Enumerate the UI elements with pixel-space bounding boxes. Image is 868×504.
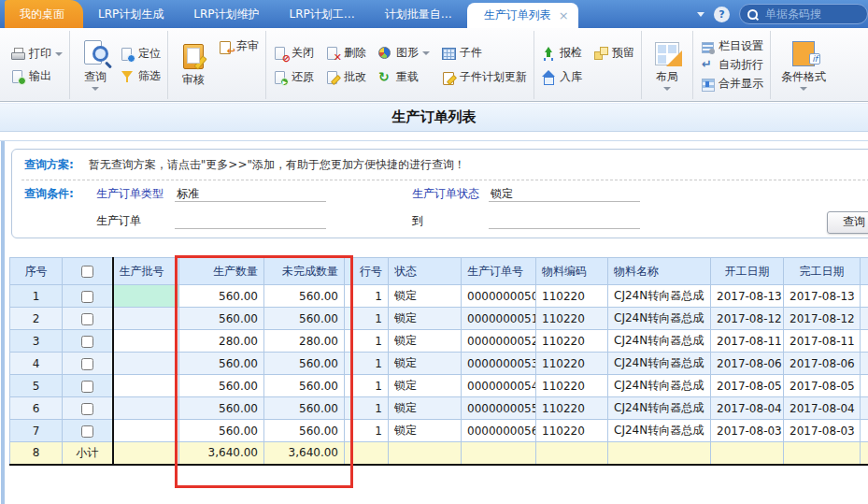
unaudit-button[interactable]: 弃审 — [218, 38, 259, 54]
cell-seq[interactable]: 5 — [10, 375, 63, 397]
tab-production-order-list[interactable]: 生产订单列表 × — [467, 3, 578, 28]
export-button[interactable]: 输出 — [10, 68, 63, 84]
cell-end[interactable]: 2017-08-13 — [784, 285, 861, 308]
cell-code[interactable]: 110220 — [536, 353, 608, 375]
cell-line[interactable]: 1 — [345, 308, 389, 330]
cell-status[interactable]: 锁定 — [389, 353, 462, 375]
cell-batch[interactable] — [113, 397, 179, 420]
col-header-qty[interactable]: 生产数量 — [179, 258, 264, 285]
cell-name[interactable]: CJ24N转向器总成 — [608, 397, 711, 420]
col-header-code[interactable]: 物料编码 — [536, 258, 608, 285]
cell-line[interactable]: 1 — [345, 375, 389, 397]
reload-button[interactable]: 重载 — [377, 69, 430, 85]
child-parts-button[interactable]: 子件 — [441, 45, 527, 61]
cell-qty[interactable]: 560.00 — [179, 308, 264, 330]
cell-unfinished[interactable]: 560.00 — [264, 420, 345, 442]
col-header-order_no[interactable]: 生产订单号 — [462, 258, 536, 285]
cell-status[interactable]: 锁定 — [389, 375, 462, 397]
cell-end[interactable]: 2017-08-03 — [784, 420, 861, 442]
cell-name[interactable]: CJ24N转向器总成 — [608, 285, 711, 308]
cell-status[interactable]: 锁定 — [389, 420, 462, 442]
cell-code[interactable]: 110220 — [536, 330, 608, 353]
cell-batch[interactable] — [113, 285, 179, 308]
auto-wrap-button[interactable]: 自动折行 — [700, 57, 763, 73]
cell-batch[interactable] — [113, 330, 179, 353]
cell-start[interactable]: 2017-08-04 — [711, 397, 784, 420]
batch-edit-button[interactable]: 批改 — [325, 69, 366, 85]
print-button[interactable]: 打印 — [10, 46, 63, 62]
row-checkbox[interactable] — [81, 403, 93, 415]
column-setup-button[interactable]: 栏目设置 — [700, 38, 763, 54]
cell-start[interactable]: 2017-08-03 — [711, 420, 784, 442]
row-checkbox-cell[interactable] — [63, 285, 113, 308]
cell-start[interactable]: 2017-08-13 — [711, 285, 784, 308]
inspect-button[interactable]: 报检 — [541, 45, 582, 61]
close-tab-icon[interactable]: × — [559, 9, 569, 22]
order-type-input[interactable] — [175, 186, 326, 202]
cell-start[interactable]: 2017-08-12 — [711, 308, 784, 330]
cell-batch[interactable] — [113, 420, 179, 442]
tab-my-desktop[interactable]: 我的桌面 — [5, 0, 83, 28]
cell-qty[interactable]: 560.00 — [179, 397, 264, 420]
cell-batch[interactable] — [113, 308, 179, 330]
cell-unfinished[interactable]: 560.00 — [264, 397, 345, 420]
cell-qty[interactable]: 560.00 — [179, 375, 264, 397]
cell-unfinished[interactable]: 560.00 — [264, 353, 345, 375]
cell-batch[interactable] — [113, 353, 179, 375]
cell-order_no[interactable]: 0000000052 — [462, 330, 536, 353]
cell-start[interactable]: 2017-08-06 — [711, 353, 784, 375]
row-checkbox-cell[interactable] — [63, 308, 113, 330]
cell-status[interactable]: 锁定 — [389, 330, 462, 353]
cell-seq[interactable]: 6 — [10, 397, 63, 420]
cell-status[interactable]: 锁定 — [389, 397, 462, 420]
filter-button[interactable]: 筛选 — [120, 68, 161, 84]
order-from-input[interactable] — [175, 213, 326, 229]
graph-button[interactable]: 图形 — [377, 45, 430, 61]
cell-order_no[interactable]: 0000000051 — [462, 308, 536, 330]
cell-line[interactable]: 1 — [345, 330, 389, 353]
help-icon[interactable]: ? — [714, 7, 730, 22]
col-header-start[interactable]: 开工日期 — [711, 258, 784, 285]
cell-qty[interactable]: 560.00 — [179, 353, 264, 375]
order-to-input[interactable] — [489, 213, 640, 229]
cell-unfinished[interactable]: 280.00 — [264, 330, 345, 353]
cell-batch[interactable] — [113, 375, 179, 397]
tab-overflow-chevron-icon[interactable] — [697, 12, 704, 17]
cell-code[interactable]: 110220 — [536, 308, 608, 330]
tab-plan-batch[interactable]: 计划批量自… — [370, 0, 467, 28]
cell-unfinished[interactable]: 560.00 — [264, 375, 345, 397]
tab-lrp-plan-generate[interactable]: LRP计划生成 — [83, 0, 178, 28]
col-header-cb[interactable] — [63, 258, 113, 285]
order-type-label[interactable]: 生产订单类型 — [96, 186, 171, 202]
tab-lrp-plan-maintain[interactable]: LRP计划维护 — [178, 0, 274, 28]
cell-seq[interactable]: 2 — [10, 308, 63, 330]
row-checkbox-cell[interactable] — [63, 353, 113, 375]
cell-qty[interactable]: 560.00 — [179, 285, 264, 308]
cell-order_no[interactable]: 0000000053 — [462, 353, 536, 375]
cell-seq[interactable]: 3 — [10, 330, 63, 353]
row-checkbox[interactable] — [81, 358, 93, 370]
layout-button[interactable]: 布局 — [648, 39, 686, 91]
col-header-seq[interactable]: 序号 — [10, 258, 63, 285]
cell-seq[interactable]: 7 — [10, 420, 63, 442]
cell-order_no[interactable]: 0000000054 — [462, 375, 536, 397]
cell-order_no[interactable]: 0000000055 — [462, 397, 536, 420]
cell-order_no[interactable]: 0000000056 — [462, 420, 536, 442]
merge-display-button[interactable]: 合并显示 — [700, 76, 763, 92]
cell-unfinished[interactable]: 560.00 — [264, 308, 345, 330]
col-header-line[interactable]: 行号 — [345, 258, 389, 285]
row-checkbox[interactable] — [81, 381, 93, 393]
col-header-unfinished[interactable]: 未完成数量 — [264, 258, 345, 285]
cell-code[interactable]: 110220 — [536, 375, 608, 397]
close-order-button[interactable]: 关闭 — [273, 45, 314, 61]
row-checkbox[interactable] — [81, 291, 93, 303]
cell-seq[interactable]: 4 — [10, 353, 63, 375]
row-checkbox-cell[interactable] — [63, 330, 113, 353]
cell-line[interactable]: 1 — [345, 420, 389, 442]
cell-status[interactable]: 锁定 — [389, 285, 462, 308]
row-checkbox-cell[interactable] — [63, 375, 113, 397]
order-status-input[interactable] — [489, 186, 640, 202]
cell-name[interactable]: CJ24N转向器总成 — [608, 330, 711, 353]
cell-qty[interactable]: 560.00 — [179, 420, 264, 442]
search-button[interactable]: 查询 — [827, 211, 868, 234]
